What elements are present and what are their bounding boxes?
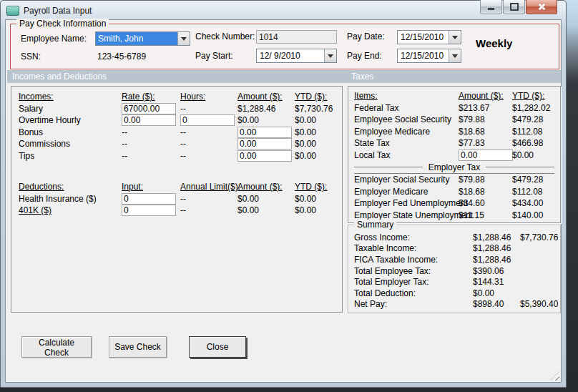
summary-row-net-pay: Net Pay: $898.40 $5,390.40 xyxy=(354,299,560,310)
check-number-field[interactable] xyxy=(256,30,337,44)
income-row-tips: Tips -- -- $0.00 xyxy=(19,150,342,162)
tax-row-er-fed-unemp: Employer Fed Unemployment $34.60 $434.00 xyxy=(354,197,560,210)
tax-ytd: $112.08 xyxy=(512,127,560,137)
maximize-button[interactable] xyxy=(503,0,525,14)
summary-ytd: $5,390.40 xyxy=(520,299,560,309)
col-header-amount: Amount ($): xyxy=(237,92,295,102)
tax-ytd: $140.00 xyxy=(512,210,560,220)
local-tax-input[interactable] xyxy=(459,150,513,161)
employee-name-combobox[interactable]: Smith, John xyxy=(95,31,190,46)
income-row-commissions: Commissions -- -- $0.00 xyxy=(19,138,342,150)
tips-amount-input[interactable] xyxy=(237,150,292,162)
col-header-ytd: YTD ($): xyxy=(295,92,342,102)
tax-label: Employer Social Security xyxy=(354,175,459,185)
income-rate: -- xyxy=(122,127,180,137)
overtime-rate-input[interactable] xyxy=(122,114,176,126)
title-bar[interactable]: Payroll Data Input xyxy=(5,1,562,19)
pay-start-datepicker[interactable]: 12/ 9/2010 xyxy=(256,49,337,63)
income-label: Overtime Hourly xyxy=(19,115,122,125)
app-icon xyxy=(6,6,19,16)
tax-row-emp-ss: Employee Social Security $79.88 $479.28 xyxy=(354,114,560,126)
overtime-hours-input[interactable] xyxy=(180,114,235,126)
summary-amount: $0.00 xyxy=(473,288,520,298)
summary-row-employee-tax: Total Employee Tax: $390.06 xyxy=(354,265,560,277)
save-check-button[interactable]: Save Check xyxy=(109,336,167,358)
deduction-limit: -- xyxy=(180,194,237,204)
pay-end-value: 12/15/2010 xyxy=(398,49,449,62)
incomes-table: Incomes: Rate ($): Hours: Amount ($): YT… xyxy=(19,91,342,162)
income-row-overtime: Overtime Hourly $0.00 $0.00 xyxy=(19,114,342,127)
close-window-button[interactable] xyxy=(526,0,557,14)
summary-row-employer-tax: Total Employer Tax: $144.31 xyxy=(354,276,560,288)
income-hours: -- xyxy=(180,127,237,137)
k401-input[interactable] xyxy=(122,205,176,216)
summary-amount: $390.06 xyxy=(473,266,520,276)
pay-start-dropdown-button[interactable] xyxy=(324,49,336,62)
col-header-annual-limit: Annual Limit($): xyxy=(180,182,237,192)
tax-label: Employer Medicare xyxy=(354,187,459,197)
paycheck-info-title: Pay Check Information xyxy=(16,19,109,29)
pay-date-dropdown-button[interactable] xyxy=(449,31,461,44)
income-hours: -- xyxy=(180,151,237,161)
deduction-amount: $0.00 xyxy=(237,194,295,204)
summary-amount: $1,288.46 xyxy=(473,232,520,242)
income-amount: $1,288.46 xyxy=(237,104,295,114)
col-header-ytd: YTD ($): xyxy=(512,91,560,101)
deductions-table: Deductions: Input: Annual Limit($): Amou… xyxy=(19,181,342,217)
tax-amount: $18.68 xyxy=(459,127,512,137)
close-icon xyxy=(538,3,546,11)
summary-amount: $1,288.46 xyxy=(473,243,520,253)
deduction-label-401k[interactable]: 401K ($) xyxy=(19,205,122,215)
tax-amount: $11.15 xyxy=(459,210,512,220)
employee-name-value: Smith, John xyxy=(96,32,177,45)
window-controls xyxy=(480,0,557,14)
health-insurance-input[interactable] xyxy=(122,193,176,205)
pay-date-value: 12/15/2010 xyxy=(398,31,449,44)
col-header-incomes: Incomes: xyxy=(19,92,122,102)
summary-label: FICA Taxable Income: xyxy=(354,255,473,265)
summary-group: Summary Gross Income: $1,288.46 $7,730.7… xyxy=(348,225,561,313)
tax-ytd: $479.28 xyxy=(512,175,560,185)
summary-label: Gross Income: xyxy=(354,232,473,242)
income-rate: -- xyxy=(122,139,180,149)
taxes-header-row: Items: Amount ($): YTD ($): xyxy=(354,90,560,102)
pay-date-label: Pay Date: xyxy=(347,31,385,41)
tax-ytd: $112.08 xyxy=(512,187,560,197)
window-title: Payroll Data Input xyxy=(24,6,92,16)
col-header-hours: Hours: xyxy=(180,92,237,102)
pay-date-datepicker[interactable]: 12/15/2010 xyxy=(397,30,461,44)
income-label: Salary xyxy=(19,104,122,114)
ssn-value: 123-45-6789 xyxy=(97,52,146,62)
income-hours: -- xyxy=(180,139,237,149)
summary-label: Total Employer Tax: xyxy=(354,277,473,287)
chevron-down-icon xyxy=(452,54,458,58)
tax-row-federal: Federal Tax $213.67 $1,282.02 xyxy=(354,102,560,114)
close-button[interactable]: Close xyxy=(189,336,246,358)
tax-amount: $34.60 xyxy=(459,198,512,208)
incomes-header-row: Incomes: Rate ($): Hours: Amount ($): YT… xyxy=(19,91,342,103)
taxes-section-header: Taxes xyxy=(351,72,373,82)
minimize-button[interactable] xyxy=(480,0,502,14)
employee-name-dropdown-button[interactable] xyxy=(177,32,190,45)
col-header-rate: Rate ($): xyxy=(122,92,180,102)
check-number-label: Check Number: xyxy=(195,31,255,41)
summary-row-deduction: Total Deduction: $0.00 xyxy=(354,288,560,299)
col-header-input: Input: xyxy=(122,182,180,192)
tax-row-state: State Tax $77.83 $466.98 xyxy=(354,137,560,150)
tax-row-er-medicare: Employer Medicare $18.68 $112.08 xyxy=(354,186,560,198)
income-row-bonus: Bonus -- -- $0.00 xyxy=(19,127,342,139)
bonus-amount-input[interactable] xyxy=(237,127,292,138)
calculate-check-button[interactable]: Calculate Check xyxy=(21,336,92,358)
income-row-salary: Salary -- $1,288.46 $7,730.76 xyxy=(19,103,342,115)
pay-end-datepicker[interactable]: 12/15/2010 xyxy=(397,49,461,63)
pay-start-label: Pay Start: xyxy=(195,51,233,61)
salary-rate-input[interactable] xyxy=(122,103,176,114)
tax-amount: $79.88 xyxy=(459,175,512,185)
income-amount: $0.00 xyxy=(237,115,295,125)
resize-grip[interactable] xyxy=(550,371,559,381)
tax-label: Local Tax xyxy=(354,150,459,160)
commissions-amount-input[interactable] xyxy=(237,138,292,150)
pay-end-dropdown-button[interactable] xyxy=(449,49,461,62)
col-header-deductions: Deductions: xyxy=(19,182,122,192)
income-ytd: $7,730.76 xyxy=(295,104,342,114)
